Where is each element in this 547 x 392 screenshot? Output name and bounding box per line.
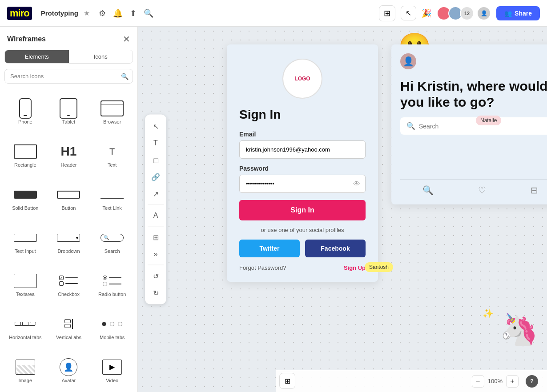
element-avatar[interactable]: 👤 Avatar bbox=[48, 349, 90, 390]
zoom-in-button[interactable]: + bbox=[506, 375, 519, 388]
password-label: Password bbox=[239, 165, 366, 172]
element-browser[interactable]: Browser bbox=[91, 91, 133, 132]
element-header-label: Header bbox=[60, 162, 76, 168]
nav-search-bottom-icon[interactable]: 🔍 bbox=[422, 185, 434, 196]
element-rectangle[interactable]: Rectangle bbox=[4, 134, 46, 175]
share-label: Share bbox=[515, 10, 532, 17]
video-icon: ▶ bbox=[102, 360, 122, 375]
tool-divider-3 bbox=[148, 265, 164, 265]
element-button-label: Button bbox=[62, 205, 76, 211]
element-horizontal-tabs[interactable]: Horizontal tabs bbox=[4, 306, 46, 347]
element-image[interactable]: Image bbox=[4, 349, 46, 390]
logo-text: LOGO bbox=[294, 76, 310, 82]
font-tool[interactable]: A bbox=[148, 208, 164, 224]
element-search[interactable]: 🔍 Search bbox=[91, 220, 133, 261]
tab-elements[interactable]: Elements bbox=[5, 50, 69, 63]
forgot-row: Forgot Password? Sign Up bbox=[239, 264, 366, 271]
connector-tool[interactable]: 🔗 bbox=[148, 169, 164, 185]
element-textarea[interactable]: Textarea bbox=[4, 263, 46, 304]
element-text-input[interactable]: Text Input bbox=[4, 220, 46, 261]
star-icon[interactable]: ★ bbox=[84, 9, 90, 17]
zoom-level: 100% bbox=[488, 378, 503, 384]
element-mobile-tabs-label: Mobile tabs bbox=[100, 335, 125, 340]
twitter-button[interactable]: Twitter bbox=[239, 240, 300, 257]
element-video[interactable]: ▶ Video bbox=[91, 349, 133, 390]
nav-header: 👤 bbox=[400, 53, 547, 69]
miro-logo: miro bbox=[7, 7, 32, 20]
email-label: Email bbox=[239, 131, 366, 138]
element-dropdown[interactable]: Dropdown bbox=[48, 220, 90, 261]
nav-filter-icon[interactable]: ⊟ bbox=[531, 185, 538, 196]
element-solid-button[interactable]: Solid Button bbox=[4, 177, 46, 218]
panel-header: Wireframes ✕ bbox=[0, 27, 137, 50]
nav-heart-icon[interactable]: ♡ bbox=[478, 185, 486, 196]
text-tool[interactable]: T bbox=[148, 135, 164, 151]
zoom-out-button[interactable]: − bbox=[472, 375, 484, 388]
element-checkbox-label: Checkbox bbox=[58, 292, 80, 297]
more-tool[interactable]: » bbox=[148, 246, 164, 262]
phone-icon bbox=[19, 98, 32, 119]
element-button[interactable]: Button bbox=[48, 177, 90, 218]
forgot-password-link[interactable]: Forgot Password? bbox=[239, 264, 286, 271]
nav-avatar: 👤 bbox=[400, 53, 416, 69]
apps-button[interactable]: ⊞ bbox=[379, 5, 395, 21]
element-search-label: Search bbox=[105, 248, 120, 254]
signin-logo: LOGO bbox=[282, 59, 322, 99]
cursor-tool[interactable]: ↖ bbox=[148, 118, 164, 134]
or-text: or use one of your social profiles bbox=[239, 227, 366, 233]
button-icon bbox=[57, 191, 80, 199]
element-vertical-tabs-label: Vertical abs bbox=[56, 335, 81, 340]
nav-search-box[interactable]: 🔍 bbox=[400, 117, 547, 135]
bottom-bar: ⊞ − 100% + ? bbox=[276, 370, 547, 392]
share-button[interactable]: 👥 Share bbox=[496, 6, 540, 20]
elements-grid: Phone Tablet Browser Rectangle H1 Header bbox=[0, 89, 137, 392]
element-avatar-label: Avatar bbox=[62, 378, 76, 383]
social-row: Twitter Facebook bbox=[239, 240, 366, 257]
element-text-link-label: Text Link bbox=[102, 205, 121, 211]
unicorn-decoration: 🦄 bbox=[499, 311, 538, 348]
element-mobile-tabs[interactable]: Mobile tabs bbox=[91, 306, 133, 347]
password-input[interactable] bbox=[239, 175, 366, 193]
element-vertical-tabs[interactable]: Vertical abs bbox=[48, 306, 90, 347]
search-icon[interactable]: 🔍 bbox=[144, 8, 153, 18]
tab-icons[interactable]: Icons bbox=[69, 50, 133, 63]
facebook-button[interactable]: Facebook bbox=[305, 240, 366, 257]
frame-tool[interactable]: ⊞ bbox=[148, 229, 164, 245]
element-rectangle-label: Rectangle bbox=[14, 162, 36, 168]
canvas[interactable]: ↖ T ◻ 🔗 ↗ A ⊞ » ↺ ↻ 😬 💬 LOGO Sign In Ema bbox=[138, 27, 547, 392]
cursor-button[interactable]: ↖ bbox=[401, 6, 416, 20]
signup-link[interactable]: Sign Up bbox=[344, 264, 366, 271]
element-text-link[interactable]: Text Link bbox=[91, 177, 133, 218]
panel-toggle-button[interactable]: ⊞ bbox=[279, 373, 295, 389]
topbar: miro Prototyping ★ ⚙ 🔔 ⬆ 🔍 ⊞ ↖ 🎉 12 👤 👥 … bbox=[0, 0, 547, 27]
close-panel-button[interactable]: ✕ bbox=[123, 34, 130, 44]
help-button[interactable]: ? bbox=[526, 375, 538, 388]
notification-icon[interactable]: 🔔 bbox=[113, 8, 123, 18]
element-phone[interactable]: Phone bbox=[4, 91, 46, 132]
scale-tool[interactable]: ↗ bbox=[148, 186, 164, 202]
search-input[interactable] bbox=[4, 69, 133, 84]
text-icon: T bbox=[109, 147, 115, 157]
element-text[interactable]: T Text bbox=[91, 134, 133, 175]
element-tablet[interactable]: Tablet bbox=[48, 91, 90, 132]
sparkle-decoration: ✨ bbox=[483, 308, 494, 319]
email-input[interactable] bbox=[239, 140, 366, 159]
settings-icon[interactable]: ⚙ bbox=[99, 8, 106, 18]
party-icon[interactable]: 🎉 bbox=[422, 8, 431, 18]
text-input-icon bbox=[14, 234, 37, 242]
redo-tool[interactable]: ↻ bbox=[148, 285, 164, 301]
signin-button[interactable]: Sign In bbox=[239, 200, 366, 220]
left-panel: Wireframes ✕ Elements Icons 🔍 Phone Tabl… bbox=[0, 27, 138, 392]
sticky-note-tool[interactable]: ◻ bbox=[148, 152, 164, 168]
element-phone-label: Phone bbox=[18, 119, 32, 124]
element-browser-label: Browser bbox=[103, 119, 121, 124]
tool-divider-2 bbox=[148, 226, 164, 227]
undo-tool[interactable]: ↺ bbox=[148, 268, 164, 284]
element-checkbox[interactable]: ✓ Checkbox bbox=[48, 263, 90, 304]
tool-divider bbox=[148, 204, 164, 205]
image-icon bbox=[16, 360, 35, 375]
eye-icon[interactable]: 👁 bbox=[353, 180, 360, 188]
share-icon[interactable]: ⬆ bbox=[130, 8, 137, 18]
element-radio[interactable]: Radio button bbox=[91, 263, 133, 304]
element-header[interactable]: H1 Header bbox=[48, 134, 90, 175]
